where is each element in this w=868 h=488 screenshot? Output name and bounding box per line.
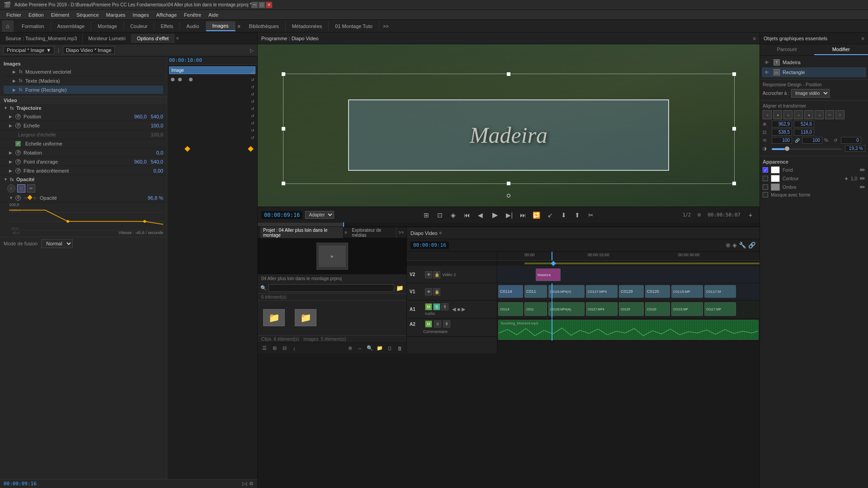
v2-lock-btn[interactable]: 🔒	[433, 271, 440, 278]
folder-item-2[interactable]: 📁	[292, 309, 319, 328]
menu-affichage[interactable]: Affichage	[152, 11, 180, 19]
home-button[interactable]: ⌂	[2, 20, 14, 32]
reset-btn-5[interactable]: ↺	[250, 99, 255, 104]
align-top-btn[interactable]: ⬦	[794, 110, 803, 119]
playhead-marker[interactable]	[551, 261, 556, 266]
keyframe-2[interactable]	[185, 147, 189, 151]
kf-prev-btn[interactable]: ◁	[23, 196, 27, 200]
insert-markers-btn[interactable]: ◈	[732, 242, 737, 249]
transform-x[interactable]: 962,9	[772, 121, 792, 127]
project-search-btn[interactable]: 🔍	[366, 344, 374, 352]
add-button[interactable]: +	[745, 210, 756, 221]
v1-lock-btn[interactable]: 🔒	[433, 288, 440, 296]
ombre-checkbox[interactable]	[763, 184, 768, 190]
align-left-btn[interactable]: ⬦	[763, 110, 772, 119]
filtre-stopwatch-icon[interactable]: ⏱	[15, 168, 21, 174]
dist-v-btn[interactable]: ↕	[835, 110, 844, 119]
position-stopwatch-icon[interactable]: ⏱	[15, 114, 21, 119]
a1-clip-5[interactable]: C0129	[619, 302, 644, 316]
a1-record-btn[interactable]: ⏺	[457, 306, 461, 312]
tab-source[interactable]: Source : Touching_Moment.mp3	[0, 34, 83, 43]
reset-btn-8[interactable]: ↺	[250, 121, 255, 126]
v1-eye-btn[interactable]: 👁	[425, 288, 432, 296]
echelle-uniforme-row[interactable]: ✓ Echelle uniforme	[0, 139, 167, 148]
a2-m-btn[interactable]: M	[425, 320, 432, 328]
search-input[interactable]	[269, 284, 394, 292]
track-lane-a2[interactable]: Touching_Moment.mp3	[497, 319, 760, 341]
project-zoom-btn[interactable]: ⊕	[346, 344, 354, 352]
reset-btn-7[interactable]: ↺	[250, 113, 255, 119]
reset-btn-3[interactable]: ↺	[250, 84, 255, 90]
largeur-echelle-value[interactable]: 100,0	[136, 132, 163, 137]
menu-marques[interactable]: Marques	[103, 11, 129, 19]
tab-lumetri[interactable]: Moniteur Lumetri	[83, 34, 132, 43]
kf-next-btn[interactable]: ▷	[33, 196, 37, 200]
project-new-item-btn[interactable]: 🗋	[386, 344, 394, 352]
add-track-btn[interactable]: ⊕	[726, 242, 731, 249]
ws-tab-bibliotheques[interactable]: Bibliothèques	[243, 22, 286, 31]
rotation-stopwatch-icon[interactable]: ⏱	[15, 150, 21, 155]
effects-settings-btn[interactable]: ⚙	[249, 481, 254, 487]
fond-edit-btn[interactable]: ✏	[860, 166, 865, 174]
ws-tab-images[interactable]: Images	[206, 21, 236, 31]
contour-add-btn[interactable]: +	[844, 175, 848, 182]
menu-fenetre[interactable]: Fenêtre	[180, 11, 205, 19]
a1-s-btn[interactable]: S	[433, 303, 440, 310]
progress-handle[interactable]	[343, 222, 344, 227]
a1-next-btn[interactable]: ▶	[462, 306, 465, 312]
a1-clip-4[interactable]: C0127.MP4	[586, 302, 618, 316]
opacity-pct[interactable]: 19,3 %	[845, 145, 865, 152]
track-lane-a1[interactable]: C0114 C011 C0126.MP4(A) C0127.MP4 C0129 …	[497, 300, 760, 319]
opacite-stopwatch-icon[interactable]: ⏱	[15, 195, 21, 201]
media-browser-expand-icon[interactable]: >>	[398, 230, 404, 235]
opacite-row[interactable]: ▼ ⏱ ◁ ▷ Opacité 96,8 %	[0, 193, 167, 202]
overwrite-button[interactable]: ⬇	[558, 210, 569, 221]
timeline-settings-icon[interactable]: ≡	[439, 230, 442, 235]
maximize-button[interactable]: □	[259, 2, 265, 8]
program-menu-icon[interactable]: ≡	[753, 36, 756, 41]
a1-clip-7[interactable]: C0115.MP	[671, 302, 703, 316]
point-ancrage-value[interactable]: 960,0 540,0	[134, 159, 163, 164]
a1-prev-btn[interactable]: ◀	[452, 306, 456, 312]
anchor-dropdown[interactable]: Image vidéo	[791, 89, 830, 98]
transform-y[interactable]: 524,6	[794, 121, 814, 127]
project-settings-icon[interactable]: ≡	[344, 230, 347, 235]
v2-eye-btn[interactable]: 👁	[425, 271, 432, 278]
linked-selection-btn[interactable]: 🔗	[748, 242, 756, 249]
v1-clip-4[interactable]: C0127.MP4	[586, 285, 618, 298]
folder-item-1[interactable]: 📁	[260, 309, 288, 328]
a2-s-btn[interactable]: S	[434, 320, 441, 328]
madeira-eye-icon[interactable]: 👁	[764, 60, 771, 65]
reset-btn-6[interactable]: ↺	[250, 106, 255, 112]
dist-h-btn[interactable]: ↔	[825, 110, 834, 119]
contour-edit-btn[interactable]: ✏	[860, 175, 865, 182]
project-sort-btn[interactable]: ↕	[290, 344, 298, 352]
a1-clip-8[interactable]: C0117.MP	[704, 302, 736, 316]
transform-w[interactable]: 538,5	[772, 129, 792, 136]
eg-tab-modifier[interactable]: Modifier	[814, 44, 868, 55]
tab-options-effet[interactable]: Options d'effet	[132, 34, 175, 43]
opacite-value[interactable]: 96,8 %	[136, 195, 163, 201]
marker-button[interactable]: ◈	[448, 210, 459, 221]
minimize-button[interactable]: ─	[251, 2, 258, 8]
a2-mic-btn[interactable]: 🎙	[443, 320, 450, 328]
a1-clip-2[interactable]: C011	[524, 302, 547, 316]
trajectoire-header[interactable]: ▼ fx Trajectoire	[0, 104, 167, 112]
a1-clip-1[interactable]: C0114	[498, 302, 523, 316]
ws-tab-effets[interactable]: Effets	[154, 22, 180, 31]
menu-fichier[interactable]: Fichier	[3, 11, 25, 19]
align-bottom-btn[interactable]: ⬦	[815, 110, 824, 119]
project-free-view-btn[interactable]: ⊟	[280, 344, 288, 352]
a1-clip-3[interactable]: C0126.MP4(A)	[548, 302, 585, 316]
a1-m-btn[interactable]: M	[425, 303, 432, 310]
opacite-header[interactable]: ▼ fx Opacité	[0, 175, 167, 183]
effects-scroll[interactable]: Images ▶ fx Mouvement vectoriel ▶ fx Tex…	[0, 56, 257, 479]
reset-btn-9[interactable]: ↺	[250, 128, 255, 133]
menu-sequence[interactable]: Séquence	[73, 11, 103, 19]
reset-btn-4[interactable]: ↺	[250, 92, 255, 97]
pen-shape-btn[interactable]: ✏	[27, 184, 35, 192]
keyframe-1[interactable]	[249, 147, 253, 151]
close-button[interactable]: ✕	[266, 2, 272, 8]
menu-aide[interactable]: Aide	[205, 11, 222, 19]
a1-mic-btn[interactable]: 🎙	[441, 303, 448, 310]
